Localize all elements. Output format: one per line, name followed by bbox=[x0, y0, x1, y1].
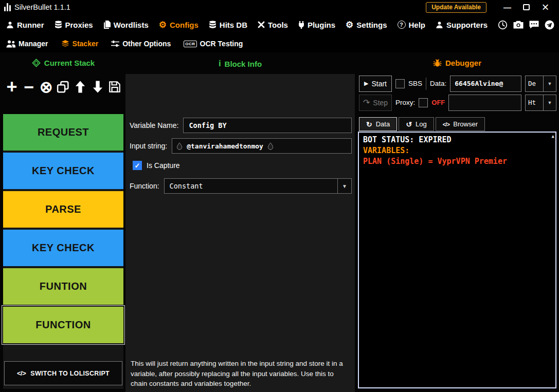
nav-item-hits-db[interactable]: Hits DB bbox=[209, 21, 247, 29]
stacker-icon bbox=[61, 40, 69, 48]
stack-block-funtion[interactable]: FUNTION bbox=[3, 268, 123, 305]
nav-label: Configs bbox=[170, 21, 199, 29]
nav-item-configs[interactable]: ⚙ Configs bbox=[159, 21, 199, 29]
function-select[interactable]: Constant ▼ bbox=[164, 178, 352, 194]
nav-item-runner[interactable]: Runner bbox=[6, 21, 44, 29]
data-input[interactable] bbox=[450, 76, 521, 92]
subnav-label: Manager bbox=[19, 40, 48, 48]
start-button[interactable]: ▶ Start bbox=[359, 76, 392, 92]
tab-log[interactable]: ↺ Log bbox=[399, 117, 434, 131]
variable-name-row: Variable Name: bbox=[130, 117, 352, 134]
switch-to-loliscript-button[interactable]: </> SWITCH TO LOLISCRIPT bbox=[4, 361, 122, 385]
input-string-value: @tanvirahamedtonmoy bbox=[187, 142, 263, 150]
block-info-panel: Variable Name: Input string: @tanviraham… bbox=[125, 74, 355, 392]
window-controls: — × bbox=[498, 0, 555, 14]
wordlists-icon bbox=[103, 21, 111, 29]
input-string-field[interactable]: @tanvirahamedtonmoy bbox=[172, 138, 352, 154]
debugger-title: Debugger bbox=[445, 59, 481, 67]
nav-item-help[interactable]: ? Help bbox=[398, 21, 426, 29]
tab-browser[interactable]: </> Browser bbox=[436, 117, 485, 131]
debugger-row-2: ↷ Step Proxy: OFF Ht ▼ bbox=[359, 94, 556, 111]
data-type-dropdown[interactable]: De ▼ bbox=[525, 76, 556, 92]
nav-label: Hits DB bbox=[220, 21, 247, 29]
proxy-label: Proxy: bbox=[395, 99, 415, 106]
nav-label: Supporters bbox=[446, 21, 488, 29]
tab-data[interactable]: ↻ Data bbox=[359, 117, 397, 131]
stacker-panel: + − ⊗ REQUEST KEY CHECK PARSE KEY CHECK … bbox=[3, 52, 123, 392]
clone-block-button[interactable] bbox=[56, 77, 70, 97]
input-string-row: Input string: @tanvirahamedtonmoy bbox=[130, 138, 352, 154]
stack-block-parse[interactable]: PARSE bbox=[3, 191, 123, 228]
stack-block-label: FUNTION bbox=[40, 281, 87, 292]
debugger-row-1: ▶ Start SBS Data: De ▼ bbox=[359, 75, 556, 92]
manager-icon bbox=[6, 40, 15, 48]
subnav-item-ocr-testing[interactable]: OCR OCR Testing bbox=[184, 40, 243, 48]
stack-block-keycheck-1[interactable]: KEY CHECK bbox=[3, 153, 123, 189]
move-up-button[interactable] bbox=[73, 77, 87, 97]
subnav-item-stacker[interactable]: Stacker bbox=[61, 40, 99, 48]
maximize-button[interactable] bbox=[517, 0, 536, 14]
app-window: SilverBullet 1.1.1 Update Available — × … bbox=[0, 0, 559, 392]
subnav-label: Stacker bbox=[73, 40, 99, 48]
step-button-label: Step bbox=[373, 99, 388, 107]
screenshot-camera-icon[interactable] bbox=[513, 21, 524, 29]
subnav-item-manager[interactable]: Manager bbox=[6, 40, 48, 48]
nav-item-tools[interactable]: Tools bbox=[258, 21, 288, 29]
update-available-button[interactable]: Update Available bbox=[426, 2, 486, 13]
code-icon: </> bbox=[443, 121, 450, 127]
nav-item-supporters[interactable]: Supporters bbox=[436, 21, 488, 29]
close-button[interactable]: × bbox=[536, 0, 555, 14]
nav-quick-icons bbox=[498, 20, 556, 30]
stack-block-request[interactable]: REQUEST bbox=[3, 114, 123, 151]
titlebar: SilverBullet 1.1.1 Update Available — × bbox=[0, 0, 559, 14]
sbs-checkbox[interactable] bbox=[395, 79, 405, 88]
proxy-input[interactable] bbox=[448, 95, 521, 111]
stack-block-label: FUNCTION bbox=[35, 319, 91, 331]
variable-name-input[interactable] bbox=[183, 118, 352, 133]
console-line-bot-status: BOT STATUS: EXPIRED bbox=[363, 135, 551, 145]
scroll-up-arrow[interactable]: ▲ bbox=[552, 133, 554, 140]
variable-name-caption: Variable Name: bbox=[130, 121, 178, 129]
nav-label: Proxies bbox=[65, 21, 93, 29]
proxy-type-dropdown[interactable]: Ht ▼ bbox=[525, 95, 556, 111]
add-block-button[interactable]: + bbox=[5, 77, 19, 97]
stack-block-label: KEY CHECK bbox=[32, 165, 95, 177]
nav-item-settings[interactable]: ⚙ Settings bbox=[346, 21, 387, 29]
remove-block-button[interactable]: − bbox=[22, 77, 36, 97]
nav-item-wordlists[interactable]: Wordlists bbox=[103, 21, 149, 29]
function-caption: Function: bbox=[130, 182, 159, 190]
subnav-item-other-options[interactable]: Other Options bbox=[111, 40, 171, 48]
stack-block-keycheck-2[interactable]: KEY CHECK bbox=[3, 230, 123, 266]
plugins-icon bbox=[298, 21, 304, 29]
step-arrow-icon: ↷ bbox=[363, 99, 370, 107]
nav-item-proxies[interactable]: Proxies bbox=[55, 21, 93, 29]
stack-block-function-selected[interactable]: FUNCTION bbox=[3, 307, 123, 343]
history-icon[interactable] bbox=[498, 20, 508, 30]
save-stack-button[interactable] bbox=[107, 77, 122, 97]
is-capture-checkbox[interactable]: ✓ bbox=[133, 161, 142, 170]
configs-subnav: Manager Stacker Other Options OCR OCR Te… bbox=[0, 35, 559, 52]
data-type-value: De bbox=[526, 76, 543, 91]
help-icon: ? bbox=[398, 21, 406, 29]
subnav-label: OCR Testing bbox=[200, 40, 243, 48]
clear-stack-button[interactable]: ⊗ bbox=[39, 77, 53, 97]
move-down-button[interactable] bbox=[91, 77, 105, 97]
info-icon: i bbox=[219, 59, 221, 69]
block-description: This will just return anything written i… bbox=[131, 359, 347, 389]
proxy-checkbox[interactable] bbox=[419, 98, 428, 107]
step-button[interactable]: ↷ Step bbox=[359, 95, 392, 111]
stack-block-label: REQUEST bbox=[38, 126, 89, 138]
minimize-button[interactable]: — bbox=[498, 0, 517, 14]
chat-icon[interactable] bbox=[529, 21, 539, 29]
data-label: Data: bbox=[430, 80, 446, 87]
main-nav: Runner Proxies Wordlists ⚙ Configs Hits … bbox=[0, 14, 559, 35]
function-select-value: Constant bbox=[165, 179, 337, 193]
nav-item-plugins[interactable]: Plugins bbox=[298, 21, 335, 29]
debugger-console[interactable]: ▲ BOT STATUS: EXPIRED VARIABLES: PLAN (S… bbox=[358, 132, 556, 388]
telegram-icon[interactable] bbox=[545, 20, 554, 30]
supporters-icon bbox=[436, 21, 443, 29]
droplet-icon bbox=[267, 142, 274, 150]
debugger-header: Debugger bbox=[358, 59, 556, 67]
console-line-variables: VARIABLES: bbox=[363, 145, 551, 156]
nav-label: Help bbox=[409, 21, 426, 29]
